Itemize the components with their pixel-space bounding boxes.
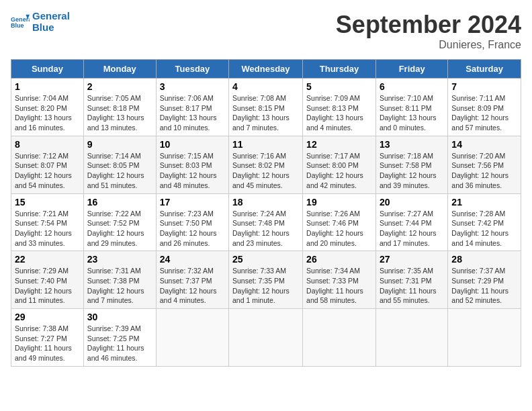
day-number: 1 xyxy=(15,81,80,92)
day-number: 16 xyxy=(87,197,152,208)
day-number: 13 xyxy=(380,139,444,150)
day-info: Sunrise: 7:15 AM Sunset: 8:03 PM Dayligh… xyxy=(160,151,225,191)
col-thursday: Thursday xyxy=(303,60,376,79)
calendar-cell xyxy=(303,309,376,367)
day-info: Sunrise: 7:33 AM Sunset: 7:35 PM Dayligh… xyxy=(232,266,299,306)
day-number: 28 xyxy=(451,254,517,265)
calendar-week-4: 22Sunrise: 7:29 AM Sunset: 7:40 PM Dayli… xyxy=(11,251,521,309)
calendar-cell: 15Sunrise: 7:21 AM Sunset: 7:54 PM Dayli… xyxy=(11,193,84,251)
title-area: September 2024 Dunieres, France xyxy=(336,11,521,51)
calendar-cell: 14Sunrise: 7:20 AM Sunset: 7:56 PM Dayli… xyxy=(448,136,521,193)
day-info: Sunrise: 7:06 AM Sunset: 8:17 PM Dayligh… xyxy=(160,93,225,133)
calendar-week-2: 8Sunrise: 7:12 AM Sunset: 8:07 PM Daylig… xyxy=(11,136,521,193)
calendar-cell: 16Sunrise: 7:22 AM Sunset: 7:52 PM Dayli… xyxy=(83,193,156,251)
logo-line1: General xyxy=(32,11,70,22)
day-info: Sunrise: 7:12 AM Sunset: 8:07 PM Dayligh… xyxy=(15,151,80,191)
day-info: Sunrise: 7:26 AM Sunset: 7:46 PM Dayligh… xyxy=(306,209,372,248)
day-number: 27 xyxy=(380,254,444,265)
day-info: Sunrise: 7:28 AM Sunset: 7:42 PM Dayligh… xyxy=(451,209,517,248)
calendar-title: September 2024 xyxy=(336,11,521,39)
day-number: 25 xyxy=(232,254,299,265)
calendar-cell: 10Sunrise: 7:15 AM Sunset: 8:03 PM Dayli… xyxy=(156,136,228,193)
day-info: Sunrise: 7:09 AM Sunset: 8:13 PM Dayligh… xyxy=(306,93,372,133)
day-number: 24 xyxy=(160,254,225,265)
day-info: Sunrise: 7:31 AM Sunset: 7:38 PM Dayligh… xyxy=(87,266,152,306)
col-tuesday: Tuesday xyxy=(156,60,228,79)
col-saturday: Saturday xyxy=(448,60,521,79)
calendar-cell xyxy=(229,309,303,367)
day-number: 22 xyxy=(15,254,80,265)
calendar-cell: 7Sunrise: 7:11 AM Sunset: 8:09 PM Daylig… xyxy=(448,79,521,136)
calendar-cell: 9Sunrise: 7:14 AM Sunset: 8:05 PM Daylig… xyxy=(83,136,156,193)
day-info: Sunrise: 7:14 AM Sunset: 8:05 PM Dayligh… xyxy=(87,151,152,191)
calendar-week-1: 1Sunrise: 7:04 AM Sunset: 8:20 PM Daylig… xyxy=(11,79,521,136)
day-number: 30 xyxy=(87,312,152,322)
calendar-cell: 3Sunrise: 7:06 AM Sunset: 8:17 PM Daylig… xyxy=(156,79,228,136)
day-number: 5 xyxy=(306,81,372,92)
calendar-cell: 22Sunrise: 7:29 AM Sunset: 7:40 PM Dayli… xyxy=(11,251,84,309)
calendar-cell: 26Sunrise: 7:34 AM Sunset: 7:33 PM Dayli… xyxy=(303,251,376,309)
calendar-week-5: 29Sunrise: 7:38 AM Sunset: 7:27 PM Dayli… xyxy=(11,309,521,367)
day-info: Sunrise: 7:10 AM Sunset: 8:11 PM Dayligh… xyxy=(380,93,444,133)
day-number: 26 xyxy=(306,254,372,265)
col-monday: Monday xyxy=(83,60,156,79)
calendar-cell: 21Sunrise: 7:28 AM Sunset: 7:42 PM Dayli… xyxy=(448,193,521,251)
calendar-cell: 19Sunrise: 7:26 AM Sunset: 7:46 PM Dayli… xyxy=(303,193,376,251)
day-info: Sunrise: 7:05 AM Sunset: 8:18 PM Dayligh… xyxy=(87,93,152,133)
calendar-table: Sunday Monday Tuesday Wednesday Thursday… xyxy=(11,59,521,367)
day-info: Sunrise: 7:24 AM Sunset: 7:48 PM Dayligh… xyxy=(232,209,299,248)
day-number: 3 xyxy=(160,81,225,92)
calendar-cell: 12Sunrise: 7:17 AM Sunset: 8:00 PM Dayli… xyxy=(303,136,376,193)
calendar-cell xyxy=(448,309,521,367)
logo-icon: General Blue xyxy=(11,13,30,32)
day-info: Sunrise: 7:04 AM Sunset: 8:20 PM Dayligh… xyxy=(15,93,80,133)
calendar-cell: 13Sunrise: 7:18 AM Sunset: 7:58 PM Dayli… xyxy=(375,136,447,193)
calendar-cell: 30Sunrise: 7:39 AM Sunset: 7:25 PM Dayli… xyxy=(83,309,156,367)
calendar-cell: 20Sunrise: 7:27 AM Sunset: 7:44 PM Dayli… xyxy=(375,193,447,251)
day-info: Sunrise: 7:18 AM Sunset: 7:58 PM Dayligh… xyxy=(380,151,444,191)
day-info: Sunrise: 7:29 AM Sunset: 7:40 PM Dayligh… xyxy=(15,266,80,306)
day-info: Sunrise: 7:27 AM Sunset: 7:44 PM Dayligh… xyxy=(380,209,444,248)
header: General Blue General Blue September 2024… xyxy=(11,11,521,51)
day-number: 12 xyxy=(306,139,372,150)
day-number: 29 xyxy=(15,312,80,322)
calendar-cell: 18Sunrise: 7:24 AM Sunset: 7:48 PM Dayli… xyxy=(229,193,303,251)
day-number: 17 xyxy=(160,197,225,208)
calendar-cell: 23Sunrise: 7:31 AM Sunset: 7:38 PM Dayli… xyxy=(83,251,156,309)
calendar-cell xyxy=(156,309,228,367)
day-number: 8 xyxy=(15,139,80,150)
svg-text:Blue: Blue xyxy=(11,22,24,29)
day-number: 20 xyxy=(380,197,444,208)
day-number: 2 xyxy=(87,81,152,92)
day-info: Sunrise: 7:08 AM Sunset: 8:15 PM Dayligh… xyxy=(232,93,299,133)
logo-line2: Blue xyxy=(32,22,70,34)
calendar-cell: 17Sunrise: 7:23 AM Sunset: 7:50 PM Dayli… xyxy=(156,193,228,251)
day-number: 19 xyxy=(306,197,372,208)
calendar-cell: 29Sunrise: 7:38 AM Sunset: 7:27 PM Dayli… xyxy=(11,309,84,367)
day-info: Sunrise: 7:38 AM Sunset: 7:27 PM Dayligh… xyxy=(15,324,80,363)
day-info: Sunrise: 7:17 AM Sunset: 8:00 PM Dayligh… xyxy=(306,151,372,191)
header-row: Sunday Monday Tuesday Wednesday Thursday… xyxy=(11,60,521,79)
day-number: 21 xyxy=(451,197,517,208)
col-wednesday: Wednesday xyxy=(229,60,303,79)
day-number: 7 xyxy=(451,81,517,92)
calendar-cell: 6Sunrise: 7:10 AM Sunset: 8:11 PM Daylig… xyxy=(375,79,447,136)
day-info: Sunrise: 7:32 AM Sunset: 7:37 PM Dayligh… xyxy=(160,266,225,306)
day-number: 6 xyxy=(380,81,444,92)
day-number: 18 xyxy=(232,197,299,208)
col-friday: Friday xyxy=(375,60,447,79)
calendar-cell: 28Sunrise: 7:37 AM Sunset: 7:29 PM Dayli… xyxy=(448,251,521,309)
calendar-subtitle: Dunieres, France xyxy=(336,39,521,51)
day-number: 23 xyxy=(87,254,152,265)
day-number: 11 xyxy=(232,139,299,150)
day-info: Sunrise: 7:11 AM Sunset: 8:09 PM Dayligh… xyxy=(451,93,517,133)
day-info: Sunrise: 7:34 AM Sunset: 7:33 PM Dayligh… xyxy=(306,266,372,306)
col-sunday: Sunday xyxy=(11,60,84,79)
calendar-cell: 1Sunrise: 7:04 AM Sunset: 8:20 PM Daylig… xyxy=(11,79,84,136)
day-number: 14 xyxy=(451,139,517,150)
day-number: 4 xyxy=(232,81,299,92)
day-info: Sunrise: 7:22 AM Sunset: 7:52 PM Dayligh… xyxy=(87,209,152,248)
logo: General Blue General Blue xyxy=(11,11,70,33)
calendar-cell: 2Sunrise: 7:05 AM Sunset: 8:18 PM Daylig… xyxy=(83,79,156,136)
calendar-cell: 25Sunrise: 7:33 AM Sunset: 7:35 PM Dayli… xyxy=(229,251,303,309)
